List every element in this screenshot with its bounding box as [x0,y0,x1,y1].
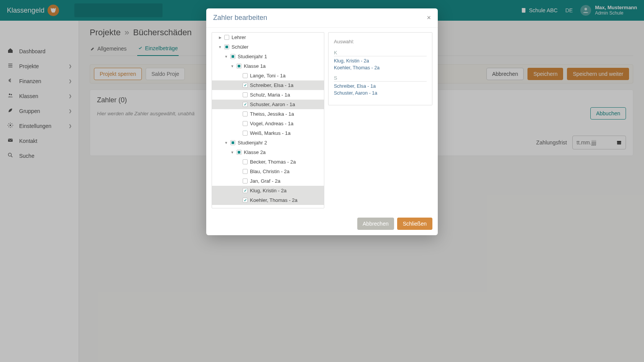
selection-item[interactable]: Schreiber, Elsa - 1a [334,83,427,90]
tree-item[interactable]: Becker, Thomas - 2a [212,157,324,167]
tree-item[interactable]: Jan, Graf - 2a [212,176,324,186]
checkbox[interactable] [243,188,248,193]
checkbox[interactable] [243,169,248,174]
chevron-down-icon[interactable]: ▼ [218,45,222,49]
checkbox[interactable] [224,44,229,49]
tree-item[interactable]: Koehler, Thomas - 2a [212,195,324,205]
checkbox[interactable] [237,150,242,155]
chevron-down-icon[interactable]: ▼ [230,151,234,154]
tree-item[interactable]: Lange, Toni - 1a [212,71,324,80]
tree-item[interactable]: ▼Studienjahr 1 [212,52,324,61]
modal-overlay[interactable]: Zahler bearbeiten × ▶Lehrer▼Schüler▼Stud… [0,0,644,362]
checkbox[interactable] [224,35,229,40]
checkbox[interactable] [230,140,235,145]
tree-item-label: Schulz, Maria - 1a [250,92,290,98]
modal-close-action-button[interactable]: Schließen [397,218,432,230]
selection-panel: Auswahl: KKlug, Kristin - 2aKoehler, Tho… [328,32,432,105]
selection-item[interactable]: Koehler, Thomas - 2a [334,64,427,71]
chevron-right-icon[interactable]: ▶ [218,36,222,39]
tree-item[interactable]: ▼Studienjahr 2 [212,138,324,147]
participant-tree: ▶Lehrer▼Schüler▼Studienjahr 1▼Klasse 1aL… [212,32,324,208]
tree-item-label: Koehler, Thomas - 2a [250,197,297,203]
checkbox[interactable] [237,64,242,69]
tree-item-label: Becker, Thomas - 2a [250,159,296,165]
tree-item[interactable]: ▶Lehrer [212,33,324,42]
tree-item-label: Schreiber, Elsa - 1a [250,82,293,88]
tree-item-label: Klasse 2a [244,149,266,155]
checkbox[interactable] [243,198,248,203]
checkbox[interactable] [243,92,248,97]
edit-payers-modal: Zahler bearbeiten × ▶Lehrer▼Schüler▼Stud… [206,8,438,235]
checkbox[interactable] [243,131,248,136]
tree-item-label: Klug, Kristin - 2a [250,188,286,193]
tree-item-label: Jan, Graf - 2a [250,178,280,184]
tree-item-label: Studienjahr 2 [238,140,267,146]
tree-item[interactable]: Schulz, Maria - 1a [212,90,324,100]
tree-item-label: Schuster, Aaron - 1a [250,102,295,107]
tree-item-label: Vogel, Andreas - 1a [250,121,293,126]
tree-item[interactable]: Schreiber, Elsa - 1a [212,80,324,90]
tree-item[interactable]: Vogel, Andreas - 1a [212,119,324,128]
checkbox[interactable] [243,102,248,107]
tree-item[interactable]: ▼Klasse 2a [212,147,324,157]
tree-item[interactable]: Schuster, Aaron - 1a [212,100,324,109]
tree-item-label: Klasse 1a [244,63,266,69]
selection-letter: K [334,50,427,56]
tree-item[interactable]: Klug, Kristin - 2a [212,186,324,195]
checkbox[interactable] [243,111,248,116]
checkbox[interactable] [243,179,248,183]
chevron-down-icon[interactable]: ▼ [224,141,228,145]
tree-item[interactable]: ▼Klasse 1a [212,61,324,71]
tree-item-label: Weiß, Markus - 1a [250,130,291,136]
checkbox[interactable] [243,73,248,78]
selection-item[interactable]: Klug, Kristin - 2a [334,57,427,64]
tree-item-label: Blau, Christin - 2a [250,169,289,174]
tree-item-label: Lehrer [232,34,246,40]
chevron-down-icon[interactable]: ▼ [224,55,228,59]
tree-item[interactable]: ▼Schüler [212,42,324,52]
modal-cancel-button[interactable]: Abbrechen [357,218,394,230]
tree-item[interactable]: Blau, Christin - 2a [212,167,324,176]
tree-item-label: Studienjahr 1 [238,54,267,59]
selection-item[interactable]: Schuster, Aaron - 1a [334,90,427,97]
modal-title: Zahler bearbeiten [213,14,267,22]
selection-letter: S [334,75,427,82]
chevron-down-icon[interactable]: ▼ [230,64,234,68]
checkbox[interactable] [243,121,248,126]
modal-close-button[interactable]: × [427,14,431,22]
selection-title: Auswahl: [334,39,427,44]
tree-item[interactable]: Weiß, Markus - 1a [212,128,324,138]
tree-item-label: Lange, Toni - 1a [250,73,286,79]
checkbox[interactable] [243,159,248,164]
tree-item-label: Schüler [232,44,248,50]
tree-item[interactable]: Theiss, Jessika - 1a [212,109,324,119]
checkbox[interactable] [230,54,235,59]
checkbox[interactable] [243,83,248,88]
tree-item-label: Theiss, Jessika - 1a [250,111,294,117]
